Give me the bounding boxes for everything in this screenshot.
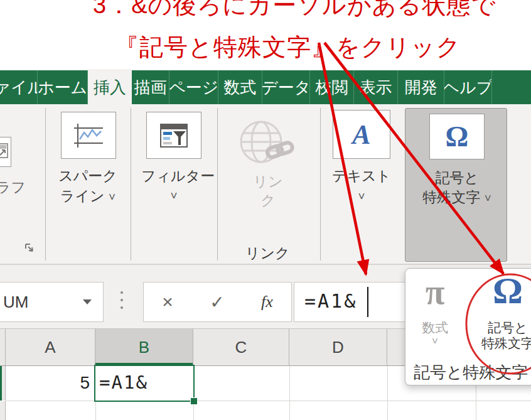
tab-page-layout[interactable]: ページ xyxy=(169,70,218,104)
filter-button[interactable] xyxy=(146,112,201,159)
enter-icon[interactable]: ✓ xyxy=(210,292,224,313)
tab-insert[interactable]: 挿入 xyxy=(88,69,132,105)
text-cursor xyxy=(367,287,368,317)
link-globe-icon xyxy=(237,118,295,170)
text-chevron: ˅ xyxy=(329,187,394,204)
equation-label: 数式 xyxy=(414,319,456,337)
tab-developer[interactable]: 開発 xyxy=(398,70,444,104)
gridline xyxy=(6,401,531,401)
panel-group-label: 記号と特殊文字 xyxy=(414,362,531,384)
chevron-down-icon: ˅ xyxy=(109,190,115,203)
tab-formulas[interactable]: 数式 xyxy=(218,70,262,104)
column-header-a[interactable]: A xyxy=(6,328,95,366)
filter-chevron: ˅ xyxy=(141,186,206,203)
gridline xyxy=(387,366,388,420)
link-group-label: リンク xyxy=(245,244,287,263)
group-separator xyxy=(320,108,321,261)
dialog-launcher-icon[interactable] xyxy=(24,242,35,254)
chevron-down-icon: ˅ xyxy=(358,190,365,203)
tab-data[interactable]: データ xyxy=(262,70,310,104)
sparkline-label-line1: スパーク xyxy=(55,166,121,186)
symbols-dropdown-panel: π 数式 ˅ Ω 記号と 特殊文字 記号と特殊文字 xyxy=(405,268,531,385)
formula-buttons-box: × ✓ fx xyxy=(143,282,292,322)
link-disabled-label-line1: リン xyxy=(247,172,289,191)
sparkline-icon xyxy=(72,121,105,150)
tab-view[interactable]: 表示 xyxy=(354,70,398,104)
symbol-label-line2: 特殊文字 xyxy=(478,335,531,352)
group-separator xyxy=(131,108,131,261)
link-disabled-label-line2: ク xyxy=(247,191,289,210)
excel-window: 3．&の後ろにカーソルがある状態で 『記号と特殊文字』をクリック ファイル ホー… xyxy=(0,0,531,420)
row-header-selection-accent xyxy=(0,366,2,401)
column-header-b[interactable]: B xyxy=(95,328,193,366)
symbol-item[interactable]: Ω xyxy=(486,266,530,314)
ribbon-tab-bar: ファイル ホーム 挿入 描画 ページ 数式 データ 校閲 表示 開発 ヘルプ xyxy=(0,70,531,104)
cell-a1[interactable]: 5 xyxy=(6,367,90,399)
sparkline-button[interactable] xyxy=(61,112,116,159)
chevron-down-icon: ˅ xyxy=(170,189,177,202)
tab-review[interactable]: 校閲 xyxy=(310,70,354,104)
group-separator xyxy=(45,108,46,261)
text-label: テキスト xyxy=(329,166,394,186)
row-header-corner xyxy=(0,328,6,366)
chevron-down-icon: ˅ xyxy=(414,335,456,348)
symbols-button[interactable]: Ω 記号と 特殊文字 ˅ xyxy=(405,108,507,262)
filter-icon xyxy=(159,123,188,148)
formula-bar-drag-handle[interactable] xyxy=(121,289,123,311)
row-header-2-partial[interactable] xyxy=(0,401,6,420)
annotation-line2: 『記号と特殊文字』をクリック xyxy=(115,31,461,63)
tab-draw[interactable]: 描画 xyxy=(132,70,169,104)
tab-help[interactable]: ヘルプ xyxy=(444,70,492,104)
symbols-label-line1: 記号と xyxy=(424,168,490,188)
chevron-down-icon: ˅ xyxy=(485,191,491,205)
tab-home[interactable]: ホーム xyxy=(38,70,88,104)
column-header-d[interactable]: D xyxy=(289,328,387,366)
omega-icon: Ω xyxy=(493,270,523,311)
chart-group-label-partial: ラフ xyxy=(0,178,25,197)
symbols-label-text: 特殊文字 xyxy=(422,189,480,205)
symbol-label-line1: 記号と xyxy=(483,319,531,337)
group-separator xyxy=(217,108,218,261)
omega-icon-box: Ω xyxy=(429,114,485,159)
text-button[interactable]: A xyxy=(333,110,390,159)
chart-arrow-icon xyxy=(0,141,9,163)
pi-icon: π xyxy=(426,272,445,311)
cancel-icon[interactable]: × xyxy=(162,291,173,313)
omega-icon: Ω xyxy=(446,120,469,153)
tab-file[interactable]: ファイル xyxy=(0,70,38,104)
insert-function-icon[interactable]: fx xyxy=(261,293,273,311)
chart-button-partial[interactable] xyxy=(0,137,11,167)
filter-label: フィルター xyxy=(141,166,206,186)
name-box[interactable]: UM xyxy=(0,282,104,322)
sparkline-label-line2: ライン ˅ xyxy=(55,186,121,206)
symbols-label-line2: 特殊文字 ˅ xyxy=(412,188,502,207)
equation-item[interactable]: π xyxy=(417,270,453,314)
gridline xyxy=(289,366,290,420)
text-a-icon: A xyxy=(352,119,370,151)
cell-b1-value: =A1& xyxy=(99,372,148,393)
column-header-c[interactable]: C xyxy=(193,328,289,366)
formula-text: =A1& xyxy=(304,290,357,312)
sparkline-label-text: ライン xyxy=(60,188,105,204)
name-box-value: UM xyxy=(3,293,28,312)
annotation-line1: 3．&の後ろにカーソルがある状態で xyxy=(93,0,496,21)
fill-handle[interactable] xyxy=(190,397,198,405)
ribbon: ラフ スパーク ライン ˅ xyxy=(0,104,531,264)
cell-b1-selected[interactable]: =A1& xyxy=(94,365,195,402)
name-box-dropdown-icon[interactable] xyxy=(83,299,92,304)
